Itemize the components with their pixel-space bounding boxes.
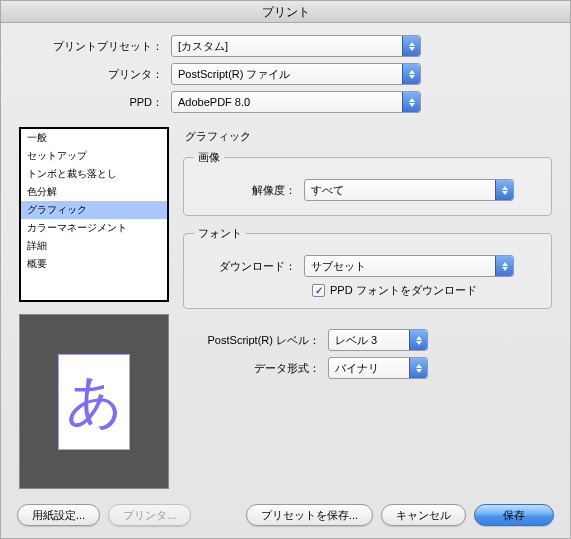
- save-preset-button[interactable]: プリセットを保存...: [246, 504, 373, 526]
- panel-title: グラフィック: [185, 129, 552, 144]
- printer-label: プリンタ：: [21, 67, 171, 82]
- list-item[interactable]: セットアップ: [21, 147, 167, 165]
- preset-label: プリントプリセット：: [21, 39, 171, 54]
- ppd-value: AdobePDF 8.0: [178, 96, 250, 108]
- chevron-updown-icon: [402, 36, 420, 56]
- image-group: 画像 解像度： すべて: [183, 150, 552, 216]
- window-title: プリント: [1, 1, 570, 23]
- list-item[interactable]: トンボと裁ち落とし: [21, 165, 167, 183]
- save-button[interactable]: 保存: [474, 504, 554, 526]
- download-value: サブセット: [311, 259, 366, 274]
- chevron-updown-icon: [409, 330, 427, 350]
- ps-level-label: PostScript(R) レベル：: [183, 333, 328, 348]
- category-list[interactable]: 一般 セットアップ トンボと裁ち落とし 色分解 グラフィック カラーマネージメン…: [19, 127, 169, 302]
- chevron-updown-icon: [495, 256, 513, 276]
- ppd-fonts-label: PPD フォントをダウンロード: [330, 283, 477, 298]
- resolution-select[interactable]: すべて: [304, 179, 514, 201]
- list-item[interactable]: 色分解: [21, 183, 167, 201]
- preview-page: あ: [58, 354, 130, 450]
- chevron-updown-icon: [402, 92, 420, 112]
- ppd-select[interactable]: AdobePDF 8.0: [171, 91, 421, 113]
- data-format-select[interactable]: バイナリ: [328, 357, 428, 379]
- resolution-value: すべて: [311, 183, 344, 198]
- resolution-label: 解像度：: [194, 183, 304, 198]
- chevron-updown-icon: [495, 180, 513, 200]
- preview-character: あ: [66, 364, 123, 440]
- cancel-button[interactable]: キャンセル: [381, 504, 466, 526]
- preset-value: [カスタム]: [178, 39, 228, 54]
- data-format-value: バイナリ: [335, 361, 379, 376]
- list-item[interactable]: グラフィック: [21, 201, 167, 219]
- font-legend: フォント: [194, 226, 246, 241]
- list-item[interactable]: 概要: [21, 255, 167, 273]
- image-legend: 画像: [194, 150, 224, 165]
- printer-select[interactable]: PostScript(R) ファイル: [171, 63, 421, 85]
- ps-level-value: レベル 3: [335, 333, 377, 348]
- printer-button: プリンタ...: [108, 504, 191, 526]
- page-preview: あ: [19, 314, 169, 489]
- data-format-label: データ形式：: [183, 361, 328, 376]
- download-select[interactable]: サブセット: [304, 255, 514, 277]
- font-group: フォント ダウンロード： サブセット ✓ PPD フォントをダウンロード: [183, 226, 552, 309]
- list-item[interactable]: カラーマネージメント: [21, 219, 167, 237]
- list-item[interactable]: 一般: [21, 129, 167, 147]
- printer-value: PostScript(R) ファイル: [178, 67, 290, 82]
- ps-level-select[interactable]: レベル 3: [328, 329, 428, 351]
- ppd-label: PPD：: [21, 95, 171, 110]
- preset-select[interactable]: [カスタム]: [171, 35, 421, 57]
- page-setup-button[interactable]: 用紙設定...: [17, 504, 100, 526]
- download-label: ダウンロード：: [194, 259, 304, 274]
- chevron-updown-icon: [402, 64, 420, 84]
- ppd-fonts-checkbox[interactable]: ✓: [312, 284, 325, 297]
- list-item[interactable]: 詳細: [21, 237, 167, 255]
- chevron-updown-icon: [409, 358, 427, 378]
